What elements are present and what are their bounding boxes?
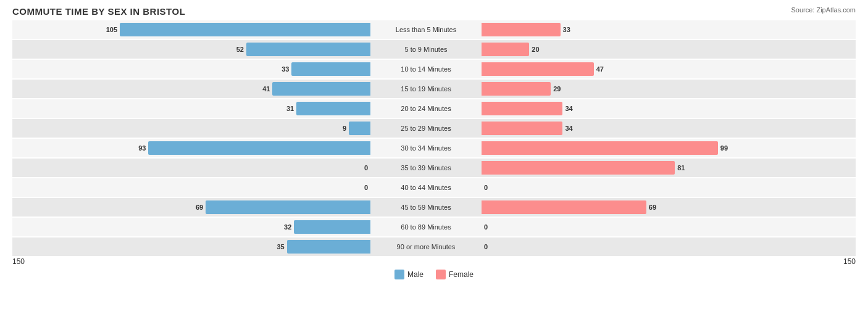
female-bar — [482, 161, 675, 175]
right-section: 29 — [482, 80, 840, 98]
right-section: 34 — [482, 99, 840, 118]
female-bar — [482, 122, 562, 135]
right-section: 34 — [482, 119, 840, 138]
right-section: 47 — [482, 60, 840, 78]
left-section: 31 — [12, 99, 370, 118]
bar-row: 3310 to 14 Minutes47 — [12, 60, 856, 78]
row-label: 15 to 19 Minutes — [370, 85, 482, 93]
female-value-label: 34 — [565, 125, 572, 132]
female-bar — [482, 200, 646, 214]
right-section: 0 — [482, 237, 840, 256]
male-bar — [291, 62, 370, 76]
male-bar — [296, 102, 370, 115]
row-label: 40 to 44 Minutes — [370, 184, 482, 191]
male-value-label: 32 — [284, 223, 291, 231]
row-label: 45 to 59 Minutes — [370, 204, 482, 211]
male-value-label: 35 — [277, 243, 284, 250]
row-label: 10 to 14 Minutes — [370, 65, 482, 73]
right-section: 0 — [482, 218, 840, 236]
axis-right: 150 — [843, 257, 856, 266]
left-section: 33 — [12, 60, 370, 78]
bar-row: 4115 to 19 Minutes29 — [12, 80, 856, 98]
legend-female: Female — [436, 270, 474, 279]
right-section: 99 — [482, 139, 840, 157]
row-label: 25 to 29 Minutes — [370, 125, 482, 132]
legend-male-color — [394, 270, 404, 279]
male-value-label: 105 — [106, 26, 117, 33]
axis-left: 150 — [12, 257, 25, 266]
female-bar — [482, 102, 562, 115]
bar-row: 105Less than 5 Minutes33 — [12, 20, 856, 39]
female-value-label: 29 — [553, 85, 561, 93]
left-section: 41 — [12, 80, 370, 98]
legend-male: Male — [394, 270, 424, 279]
source-label: Source: ZipAtlas.com — [791, 6, 856, 14]
row-label: Less than 5 Minutes — [370, 26, 482, 33]
left-section: 52 — [12, 40, 370, 59]
bar-row: 525 to 9 Minutes20 — [12, 40, 856, 59]
left-section: 69 — [12, 198, 370, 217]
male-bar — [287, 240, 370, 254]
bar-row: 3260 to 89 Minutes0 — [12, 218, 856, 236]
left-section: 0 — [12, 159, 370, 177]
female-value-label: 0 — [484, 184, 488, 191]
left-section: 9 — [12, 119, 370, 138]
female-value-label: 99 — [720, 144, 728, 152]
bar-row: 925 to 29 Minutes34 — [12, 119, 856, 138]
female-value-label: 81 — [677, 164, 685, 171]
bar-row: 035 to 39 Minutes81 — [12, 159, 856, 177]
right-section: 33 — [482, 20, 840, 39]
right-section: 69 — [482, 198, 840, 217]
male-bar — [294, 220, 370, 234]
male-bar — [206, 200, 370, 214]
male-value-label: 41 — [262, 85, 270, 93]
female-bar — [482, 62, 594, 76]
male-bar — [246, 43, 370, 56]
row-label: 60 to 89 Minutes — [370, 223, 482, 231]
legend-female-label: Female — [449, 270, 474, 279]
right-section: 0 — [482, 178, 840, 197]
female-bar — [482, 141, 718, 155]
male-bar — [349, 122, 370, 135]
chart-area: 105Less than 5 Minutes33525 to 9 Minutes… — [12, 20, 856, 256]
female-bar — [482, 82, 551, 96]
left-section: 35 — [12, 237, 370, 256]
right-section: 20 — [482, 40, 840, 59]
male-value-label: 52 — [236, 46, 244, 53]
right-section: 81 — [482, 159, 840, 177]
male-bar — [120, 23, 370, 36]
male-bar — [272, 82, 370, 96]
male-value-label: 93 — [138, 144, 146, 152]
female-bar — [482, 43, 529, 56]
female-value-label: 34 — [565, 105, 572, 112]
male-value-label: 33 — [282, 65, 289, 73]
female-value-label: 47 — [596, 65, 604, 73]
male-bar — [148, 141, 370, 155]
row-label: 20 to 24 Minutes — [370, 105, 482, 112]
female-bar — [482, 23, 561, 36]
female-value-label: 33 — [563, 26, 570, 33]
row-label: 30 to 34 Minutes — [370, 144, 482, 152]
bar-row: 9330 to 34 Minutes99 — [12, 139, 856, 157]
row-label: 5 to 9 Minutes — [370, 46, 482, 53]
left-section: 93 — [12, 139, 370, 157]
female-value-label: 0 — [484, 223, 488, 231]
legend-female-color — [436, 270, 446, 279]
female-value-label: 69 — [649, 204, 656, 211]
left-section: 105 — [12, 20, 370, 39]
male-value-label: 69 — [196, 204, 203, 211]
chart-container: COMMUTE TIME BY SEX IN BRISTOL Source: Z… — [0, 0, 868, 322]
axis-labels: 150 150 — [12, 257, 856, 266]
female-value-label: 20 — [532, 46, 539, 53]
bar-row: 040 to 44 Minutes0 — [12, 178, 856, 197]
bar-row: 6945 to 59 Minutes69 — [12, 198, 856, 217]
legend-male-label: Male — [407, 270, 424, 279]
male-value-label: 0 — [364, 164, 368, 171]
left-section: 0 — [12, 178, 370, 197]
bar-row: 3590 or more Minutes0 — [12, 237, 856, 256]
male-value-label: 9 — [343, 125, 346, 132]
row-label: 90 or more Minutes — [370, 243, 482, 250]
bar-row: 3120 to 24 Minutes34 — [12, 99, 856, 118]
row-label: 35 to 39 Minutes — [370, 164, 482, 171]
female-value-label: 0 — [484, 243, 488, 250]
